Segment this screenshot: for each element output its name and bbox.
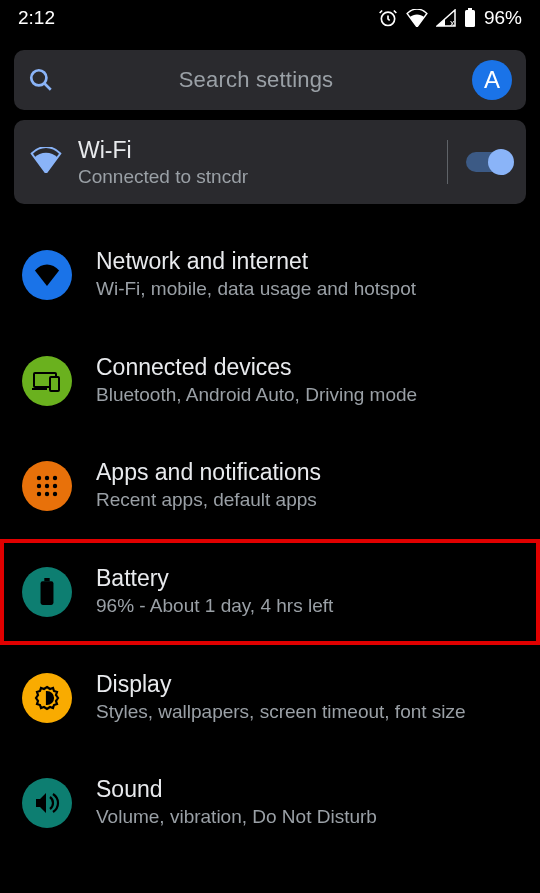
divider [447, 140, 448, 184]
wifi-status-icon [406, 9, 428, 27]
svg-point-13 [37, 492, 41, 496]
svg-point-11 [45, 484, 49, 488]
row-network[interactable]: Network and internet Wi-Fi, mobile, data… [0, 222, 540, 328]
row-subtitle: Bluetooth, Android Auto, Driving mode [96, 383, 518, 408]
svg-point-15 [53, 492, 57, 496]
wifi-quick-card[interactable]: Wi-Fi Connected to stncdr [14, 120, 526, 204]
display-icon [22, 673, 72, 723]
battery-icon [22, 567, 72, 617]
svg-rect-2 [465, 10, 475, 27]
wifi-icon [30, 147, 64, 177]
apps-icon [22, 461, 72, 511]
row-subtitle: 96% - About 1 day, 4 hrs left [96, 594, 518, 619]
svg-point-4 [31, 70, 46, 85]
row-apps[interactable]: Apps and notifications Recent apps, defa… [0, 433, 540, 539]
alarm-icon [378, 8, 398, 28]
wifi-icon [22, 250, 72, 300]
signal-icon: x [436, 9, 456, 27]
row-connected-devices[interactable]: Connected devices Bluetooth, Android Aut… [0, 328, 540, 434]
svg-point-8 [45, 476, 49, 480]
status-bar: 2:12 x 96% [0, 0, 540, 36]
row-sound[interactable]: Sound Volume, vibration, Do Not Disturb [0, 750, 540, 856]
clock: 2:12 [18, 7, 378, 29]
row-title: Network and internet [96, 248, 518, 275]
svg-point-7 [37, 476, 41, 480]
wifi-card-title: Wi-Fi [78, 137, 429, 164]
svg-text:x: x [450, 18, 455, 27]
svg-rect-3 [468, 8, 472, 10]
wifi-toggle[interactable] [466, 152, 510, 172]
avatar[interactable]: A [472, 60, 512, 100]
battery-status-icon [464, 8, 476, 28]
row-title: Connected devices [96, 354, 518, 381]
search-bar[interactable]: Search settings A [14, 50, 526, 110]
devices-icon [22, 356, 72, 406]
svg-point-10 [37, 484, 41, 488]
row-title: Sound [96, 776, 518, 803]
wifi-card-text: Wi-Fi Connected to stncdr [78, 137, 429, 188]
row-subtitle: Recent apps, default apps [96, 488, 518, 513]
row-title: Battery [96, 565, 518, 592]
row-display[interactable]: Display Styles, wallpapers, screen timeo… [0, 645, 540, 751]
status-icons: x 96% [378, 7, 522, 29]
row-subtitle: Wi-Fi, mobile, data usage and hotspot [96, 277, 518, 302]
svg-point-14 [45, 492, 49, 496]
svg-point-9 [53, 476, 57, 480]
sound-icon [22, 778, 72, 828]
row-title: Apps and notifications [96, 459, 518, 486]
row-subtitle: Styles, wallpapers, screen timeout, font… [96, 700, 518, 725]
svg-rect-17 [44, 578, 49, 581]
row-battery[interactable]: Battery 96% - About 1 day, 4 hrs left [0, 539, 540, 645]
settings-list: Network and internet Wi-Fi, mobile, data… [0, 222, 540, 856]
svg-point-12 [53, 484, 57, 488]
row-subtitle: Volume, vibration, Do Not Disturb [96, 805, 518, 830]
row-title: Display [96, 671, 518, 698]
battery-percentage: 96% [484, 7, 522, 29]
svg-rect-16 [41, 581, 54, 605]
search-placeholder: Search settings [64, 67, 472, 93]
wifi-card-subtitle: Connected to stncdr [78, 166, 429, 188]
svg-rect-6 [50, 377, 59, 391]
search-icon [28, 67, 54, 93]
